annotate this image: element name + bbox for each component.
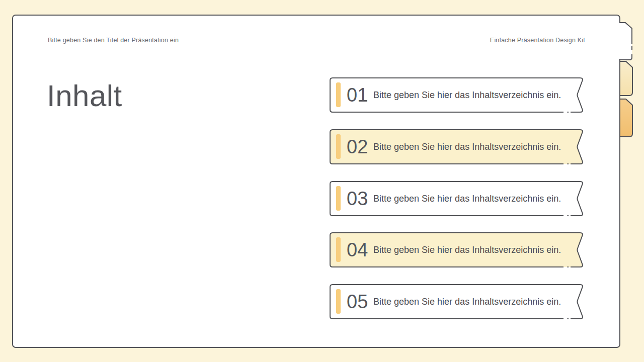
toc-item-number: 01	[347, 77, 368, 113]
toc-item-1[interactable]: 01 Bitte geben Sie hier das Inhaltsverze…	[329, 77, 585, 113]
toc-item-2[interactable]: 02 Bitte geben Sie hier das Inhaltsverze…	[329, 129, 585, 164]
toc-item-number: 03	[347, 181, 368, 216]
toc-item-4[interactable]: 04 Bitte geben Sie hier das Inhaltsverze…	[329, 232, 585, 267]
page-title[interactable]: Inhalt	[47, 81, 122, 111]
design-kit-label: Einfache Präsentation Design Kit	[490, 37, 585, 44]
toc-item-number: 02	[347, 129, 368, 164]
toc-item-number: 04	[347, 232, 368, 267]
toc-item-text: Bitte geben Sie hier das Inhaltsverzeich…	[373, 77, 561, 113]
toc-item-text: Bitte geben Sie hier das Inhaltsverzeich…	[373, 129, 561, 164]
slide-canvas: Bitte geben Sie den Titel der Präsentati…	[0, 0, 644, 362]
toc-item-text: Bitte geben Sie hier das Inhaltsverzeich…	[373, 181, 561, 216]
toc-item-3[interactable]: 03 Bitte geben Sie hier das Inhaltsverze…	[329, 181, 585, 216]
accent-bar	[336, 186, 341, 211]
folder-tab-cream	[620, 61, 632, 96]
accent-bar	[336, 82, 341, 107]
toc-item-5[interactable]: 05 Bitte geben Sie hier das Inhaltsverze…	[329, 284, 585, 319]
toc-item-text: Bitte geben Sie hier das Inhaltsverzeich…	[373, 232, 561, 267]
toc-item-number: 05	[347, 284, 368, 319]
toc-item-text: Bitte geben Sie hier das Inhaltsverzeich…	[373, 284, 561, 319]
accent-bar	[336, 237, 341, 262]
side-tabs	[604, 10, 644, 146]
presentation-title-placeholder[interactable]: Bitte geben Sie den Titel der Präsentati…	[48, 37, 179, 44]
accent-bar	[336, 134, 341, 159]
accent-bar	[336, 289, 341, 314]
folder-tab-white	[618, 23, 632, 60]
folder-tab-orange	[620, 99, 632, 137]
